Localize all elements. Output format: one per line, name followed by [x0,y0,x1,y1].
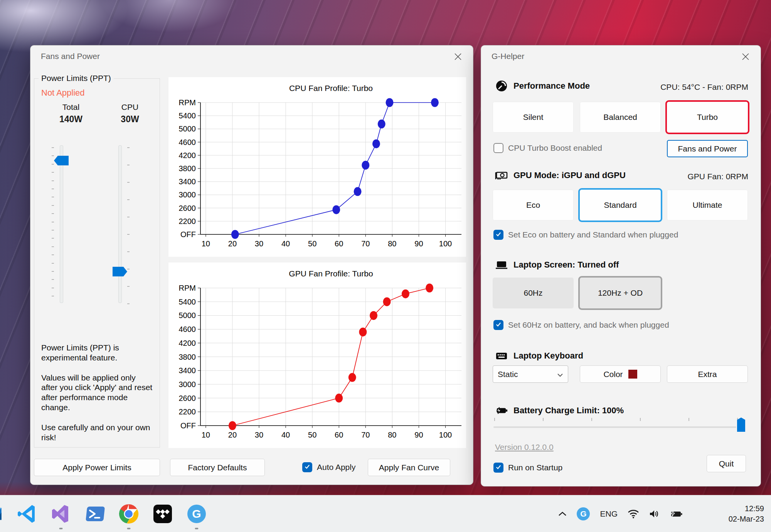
60hz-on-battery-row: Set 60Hz on battery, and back when plugg… [493,320,669,330]
note-line: Values will be applied only after you cl… [41,373,154,412]
svg-text:70: 70 [361,239,370,248]
svg-text:50: 50 [308,239,316,248]
taskbar-visual-studio-icon[interactable] [44,495,78,532]
gpu-fan-chart-panel[interactable]: GPU Fan Profile: Turbo102030405060708090… [168,263,466,448]
version-link[interactable]: Version 0.12.0.0 [495,443,554,452]
gpu-fan-chart[interactable]: GPU Fan Profile: Turbo102030405060708090… [168,263,466,448]
svg-text:50: 50 [308,431,316,439]
close-button[interactable] [737,51,754,64]
battery-charging-icon [495,404,508,417]
gpu-eco-button[interactable]: Eco [493,190,574,221]
taskbar-app-icons: G [0,495,214,532]
cpu-fan-chart-panel[interactable]: CPU Fan Profile: Turbo102030405060708090… [168,77,466,257]
mode-silent-label: Silent [523,113,544,122]
close-button[interactable] [450,51,466,64]
taskbar-mail-app-icon[interactable] [0,495,10,532]
tray-ghelper-icon[interactable]: G [577,507,590,520]
keyboard-extra-button[interactable]: Extra [667,365,748,383]
note-line: Power Limits (PPT) is experimental featu… [41,343,154,363]
status-not-applied: Not Applied [41,88,85,98]
screen-60hz-button[interactable]: 60Hz [493,278,574,308]
tray-ghelper-logo: G [577,507,590,520]
battery-header: Battery Charge Limit: 100% [495,404,624,417]
check-icon [304,463,311,472]
factory-defaults-button[interactable]: Factory Defaults [170,459,265,476]
performance-gauge-icon [495,79,508,93]
system-tray: G ENG [558,495,682,532]
fans-and-power-button[interactable]: Fans and Power [667,140,748,157]
group-label: Power Limits (PPT) [39,74,114,83]
quit-button[interactable]: Quit [707,455,746,472]
svg-text:80: 80 [388,239,396,248]
eco-on-battery-checkbox[interactable] [493,230,503,240]
cpu-value: 30W [107,114,153,125]
keyboard-backlight-select[interactable]: Static [493,365,568,383]
total-column: Total 140W [48,103,94,125]
svg-text:100: 100 [439,431,452,439]
taskbar-clock[interactable]: 12:59 02-Mar-23 [729,495,764,532]
taskbar-ghelper-icon[interactable]: G [180,495,214,532]
gpu-card-icon [495,169,508,182]
check-icon [495,230,502,239]
gpu-mode-title: GPU Mode: iGPU and dGPU [513,170,626,180]
clock-time: 12:59 [745,503,764,514]
gpu-mode-header: GPU Mode: iGPU and dGPU [495,169,626,182]
svg-text:4600: 4600 [179,325,196,333]
screen-120hz-button-selected[interactable]: 120Hz + OD [580,278,661,308]
svg-text:2200: 2200 [179,217,196,226]
volume-icon[interactable] [649,509,660,519]
svg-text:40: 40 [281,239,290,248]
svg-text:60: 60 [335,239,343,248]
battery-slider-track[interactable] [493,426,736,428]
apply-fan-curve-button[interactable]: Apply Fan Curve [368,459,450,476]
battery-slider-handle[interactable] [737,418,745,432]
svg-text:70: 70 [361,431,370,439]
auto-apply-checkbox[interactable] [302,462,312,472]
cpu-slider-track[interactable] [118,145,122,303]
cpu-slider-handle[interactable] [113,267,127,276]
svg-text:10: 10 [202,431,210,439]
svg-text:CPU Fan Profile: Turbo: CPU Fan Profile: Turbo [289,84,373,93]
svg-text:3000: 3000 [179,190,196,199]
apply-fan-curve-label: Apply Fan Curve [379,463,439,472]
power-limits-notes: Power Limits (PPT) is experimental featu… [41,343,154,453]
wifi-icon[interactable] [628,509,639,519]
taskbar-vscode-icon[interactable] [10,495,44,532]
apply-power-limits-button[interactable]: Apply Power Limits [34,459,160,476]
cpu-column: CPU 30W [107,103,153,125]
svg-text:10: 10 [202,239,210,248]
keyboard-color-button[interactable]: Color [580,365,661,383]
60hz-on-battery-checkbox[interactable] [493,320,503,330]
mode-balanced-button[interactable]: Balanced [580,102,661,133]
svg-text:5400: 5400 [179,298,196,306]
keyboard-color-label: Color [603,370,623,379]
tray-language[interactable]: ENG [600,509,618,519]
total-slider-track[interactable] [60,145,63,303]
gpu-standard-button-selected[interactable]: Standard [580,190,661,221]
total-slider-handle[interactable] [54,156,69,165]
cpu-fan-chart[interactable]: CPU Fan Profile: Turbo102030405060708090… [168,77,466,257]
running-indicator-dot [195,528,199,529]
close-icon [454,53,462,62]
tray-chevron-up-icon[interactable] [558,511,567,517]
keyboard-color-swatch [628,370,637,379]
svg-text:4200: 4200 [179,339,196,347]
chevron-down-icon [557,370,563,379]
gpu-ultimate-button[interactable]: Ultimate [667,190,748,221]
cpu-boost-checkbox[interactable] [493,143,503,153]
taskbar-powershell-icon[interactable] [78,495,112,532]
mode-silent-button[interactable]: Silent [493,102,574,133]
battery-slider-ticks [494,418,739,421]
mode-turbo-button-selected[interactable]: Turbo [667,102,748,133]
gpu-ultimate-label: Ultimate [692,200,722,210]
taskbar-chrome-icon[interactable] [112,495,146,532]
svg-text:2200: 2200 [179,407,196,416]
svg-text:90: 90 [414,239,423,248]
laptop-screen-header: Laptop Screen: Turned off [495,258,619,271]
taskbar-tidal-icon[interactable] [146,495,180,532]
run-on-startup-checkbox[interactable] [493,463,503,473]
factory-defaults-label: Factory Defaults [188,463,247,472]
svg-text:4600: 4600 [179,138,196,146]
battery-tray-icon[interactable] [670,509,682,519]
running-indicator-dot [127,528,131,529]
